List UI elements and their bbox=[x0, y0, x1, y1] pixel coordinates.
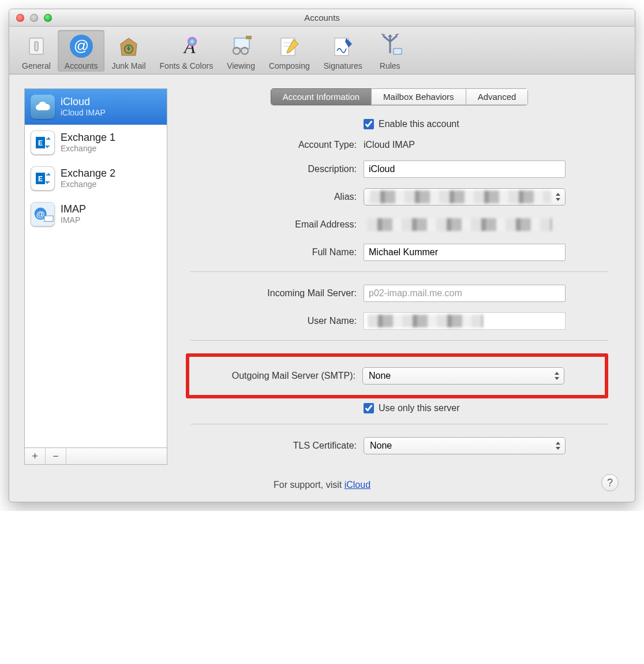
account-subtitle: IMAP bbox=[61, 215, 86, 225]
titlebar: Accounts bbox=[9, 9, 635, 27]
imap-icon: @ bbox=[31, 202, 55, 226]
account-item-imap[interactable]: @ IMAP IMAP bbox=[25, 196, 167, 232]
accounts-list[interactable]: iCloud iCloud IMAP E Exchange 1 Exchange bbox=[24, 88, 167, 447]
remove-account-button[interactable]: − bbox=[46, 448, 66, 464]
account-subtitle: Exchange bbox=[61, 144, 115, 154]
svg-text:E: E bbox=[38, 139, 43, 147]
account-subtitle: iCloud IMAP bbox=[61, 108, 106, 118]
account-item-exchange-2[interactable]: E Exchange 2 Exchange bbox=[25, 161, 167, 196]
toolbar-item-viewing[interactable]: Viewing bbox=[220, 30, 262, 72]
exchange-icon: E bbox=[31, 166, 55, 191]
svg-marker-16 bbox=[381, 33, 385, 36]
toolbar-label: Composing bbox=[269, 61, 310, 70]
account-item-icloud[interactable]: iCloud iCloud IMAP bbox=[25, 89, 167, 125]
content-area: iCloud iCloud IMAP E Exchange 1 Exchange bbox=[9, 74, 635, 474]
label-smtp: Outgoing Mail Server (SMTP): bbox=[189, 371, 362, 381]
fonts-colors-icon: A bbox=[173, 32, 200, 60]
use-only-server-label: Use only this server bbox=[379, 403, 460, 413]
svg-rect-8 bbox=[246, 36, 252, 39]
label-email: Email Address: bbox=[190, 219, 364, 230]
junk-mail-icon bbox=[115, 32, 143, 60]
tab-account-information[interactable]: Account Information bbox=[271, 88, 371, 105]
toolbar-item-rules[interactable]: Rules bbox=[369, 30, 411, 72]
close-button[interactable] bbox=[16, 14, 24, 22]
traffic-lights bbox=[16, 14, 52, 22]
label-description: Description: bbox=[190, 164, 364, 174]
enable-account-label: Enable this account bbox=[379, 119, 459, 129]
row-enable: Enable this account bbox=[190, 119, 608, 129]
tab-advanced[interactable]: Advanced bbox=[466, 88, 529, 105]
svg-text:@: @ bbox=[36, 209, 45, 219]
toolbar-item-junk[interactable]: Junk Mail bbox=[104, 30, 152, 72]
account-subtitle: Exchange bbox=[61, 180, 115, 189]
label-fullname: Full Name: bbox=[190, 247, 364, 258]
tab-bar: Account Information Mailbox Behaviors Ad… bbox=[179, 88, 620, 105]
minimize-button[interactable] bbox=[30, 14, 38, 22]
svg-rect-27 bbox=[44, 216, 53, 222]
svg-marker-18 bbox=[388, 35, 392, 37]
smtp-value: None bbox=[369, 371, 391, 381]
tls-value: None bbox=[370, 441, 392, 451]
viewing-icon bbox=[227, 32, 255, 60]
fullname-input[interactable] bbox=[364, 244, 566, 261]
accounts-sidebar: iCloud iCloud IMAP E Exchange 1 Exchange bbox=[24, 88, 167, 465]
spacer bbox=[66, 448, 167, 464]
account-info-form: Enable this account Account Type: iCloud… bbox=[179, 119, 620, 454]
enable-account-checkbox[interactable] bbox=[364, 119, 374, 129]
row-email: Email Address: bbox=[190, 216, 608, 233]
row-alias: Alias: bbox=[190, 188, 608, 206]
signatures-icon bbox=[329, 32, 357, 60]
row-description: Description: bbox=[190, 161, 608, 178]
add-account-button[interactable]: + bbox=[25, 448, 46, 464]
label-alias: Alias: bbox=[190, 192, 364, 202]
composing-icon bbox=[275, 32, 303, 60]
row-account-type: Account Type: iCloud IMAP bbox=[190, 140, 608, 150]
account-title: Exchange 1 bbox=[61, 132, 115, 144]
at-icon: @ bbox=[68, 32, 95, 60]
use-only-server-checkbox[interactable] bbox=[364, 403, 374, 413]
zoom-button[interactable] bbox=[44, 14, 52, 22]
row-incoming: Incoming Mail Server: bbox=[190, 285, 608, 302]
window-title: Accounts bbox=[9, 13, 635, 23]
row-username: User Name: bbox=[190, 312, 608, 330]
toolbar-item-accounts[interactable]: @ Accounts bbox=[58, 30, 105, 72]
toolbar-item-general[interactable]: General bbox=[15, 30, 58, 72]
label-account-type: Account Type: bbox=[190, 140, 364, 150]
svg-rect-1 bbox=[35, 42, 38, 51]
toolbar-label: Viewing bbox=[227, 61, 255, 70]
account-title: Exchange 2 bbox=[61, 167, 115, 180]
toolbar-label: Accounts bbox=[65, 61, 98, 70]
svg-marker-17 bbox=[395, 33, 399, 36]
alias-popup[interactable] bbox=[364, 188, 566, 206]
label-incoming: Incoming Mail Server: bbox=[190, 288, 364, 299]
toolbar-label: Junk Mail bbox=[111, 61, 145, 70]
rules-icon bbox=[376, 32, 404, 60]
footer: For support, visit iCloud ? bbox=[9, 474, 635, 502]
toolbar-item-signatures[interactable]: Signatures bbox=[317, 30, 369, 72]
tab-mailbox-behaviors[interactable]: Mailbox Behaviors bbox=[371, 88, 466, 105]
toolbar-label: Fonts & Colors bbox=[160, 61, 214, 70]
row-use-only: Use only this server bbox=[190, 403, 608, 413]
toolbar-item-fonts-colors[interactable]: A Fonts & Colors bbox=[153, 30, 220, 72]
tls-popup[interactable]: None bbox=[364, 437, 566, 454]
toolbar-label: General bbox=[22, 61, 51, 70]
account-item-exchange-1[interactable]: E Exchange 1 Exchange bbox=[25, 125, 167, 161]
divider bbox=[190, 424, 608, 424]
preferences-toolbar: General @ Accounts Junk Mail A Fonts & C… bbox=[9, 27, 635, 74]
smtp-highlight: Outgoing Mail Server (SMTP): None bbox=[186, 353, 608, 398]
description-input[interactable] bbox=[364, 161, 566, 178]
divider bbox=[190, 271, 608, 272]
svg-text:E: E bbox=[38, 175, 43, 183]
row-smtp: Outgoing Mail Server (SMTP): None bbox=[189, 367, 600, 385]
main-panel: Account Information Mailbox Behaviors Ad… bbox=[179, 88, 620, 465]
label-username: User Name: bbox=[190, 316, 364, 326]
toolbar-item-composing[interactable]: Composing bbox=[262, 30, 317, 72]
value-account-type: iCloud IMAP bbox=[364, 140, 415, 150]
sidebar-controls: + − bbox=[24, 447, 167, 465]
help-button[interactable]: ? bbox=[601, 474, 619, 491]
support-link[interactable]: iCloud bbox=[345, 480, 370, 490]
svg-point-6 bbox=[188, 37, 197, 46]
smtp-popup[interactable]: None bbox=[362, 367, 564, 385]
support-text: For support, visit bbox=[274, 480, 345, 490]
toolbar-label: Rules bbox=[380, 61, 400, 70]
